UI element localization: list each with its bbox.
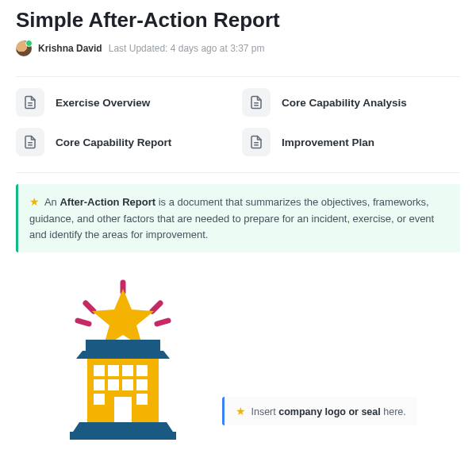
- page-title: Simple After-Action Report: [16, 8, 460, 33]
- callout-bold: After-Action Report: [60, 196, 155, 208]
- svg-rect-29: [70, 432, 176, 440]
- insert-prefix: Insert: [251, 406, 278, 417]
- star-icon: ★: [236, 405, 246, 417]
- toc-item-exercise-overview[interactable]: Exercise Overview: [16, 88, 234, 117]
- document-icon: [242, 88, 271, 117]
- svg-rect-27: [114, 397, 132, 422]
- star-icon: ★: [29, 195, 40, 208]
- last-updated: Last Updated: 4 days ago at 3:37 pm: [109, 43, 265, 54]
- svg-marker-13: [92, 289, 154, 348]
- svg-rect-19: [122, 365, 133, 376]
- toc-label: Core Capability Report: [56, 137, 171, 148]
- svg-marker-28: [73, 422, 173, 432]
- toc-item-core-capability-report[interactable]: Core Capability Report: [16, 128, 234, 156]
- hero-row: ★ Insert company logo or seal here.: [16, 275, 460, 444]
- callout-prefix: An: [44, 196, 60, 208]
- svg-line-11: [157, 321, 168, 324]
- toc-item-improvement-plan[interactable]: Improvement Plan: [242, 128, 460, 156]
- svg-rect-23: [122, 379, 133, 390]
- document-icon: [16, 128, 44, 156]
- insert-bold: company logo or seal: [278, 406, 381, 417]
- toc-label: Improvement Plan: [282, 137, 374, 148]
- svg-rect-17: [94, 365, 105, 376]
- svg-rect-21: [94, 379, 105, 390]
- toc-label: Core Capability Analysis: [282, 97, 407, 109]
- svg-line-8: [86, 303, 94, 311]
- svg-rect-18: [108, 365, 119, 376]
- toc-label: Exercise Overview: [56, 97, 150, 109]
- document-icon: [242, 128, 271, 156]
- svg-rect-22: [108, 379, 119, 390]
- insert-rest: here.: [381, 406, 406, 417]
- divider: [16, 76, 460, 77]
- svg-rect-24: [136, 379, 148, 390]
- svg-line-9: [152, 303, 160, 311]
- definition-callout: ★ An After-Action Report is a document t…: [16, 184, 460, 252]
- svg-rect-14: [86, 340, 160, 351]
- meta-row: Krishna David Last Updated: 4 days ago a…: [16, 40, 460, 56]
- author-name[interactable]: Krishna David: [38, 43, 102, 54]
- toc-item-core-capability-analysis[interactable]: Core Capability Analysis: [242, 88, 460, 117]
- svg-rect-25: [94, 394, 105, 405]
- svg-line-10: [78, 321, 89, 324]
- building-illustration: [16, 275, 198, 444]
- insert-logo-callout[interactable]: ★ Insert company logo or seal here.: [222, 397, 417, 425]
- table-of-contents: Exercise Overview Core Capability Analys…: [16, 88, 460, 156]
- document-icon: [16, 88, 44, 117]
- svg-marker-15: [76, 351, 170, 359]
- svg-rect-20: [136, 365, 148, 376]
- divider: [16, 172, 460, 173]
- author-avatar[interactable]: [16, 40, 32, 56]
- svg-rect-26: [136, 394, 148, 405]
